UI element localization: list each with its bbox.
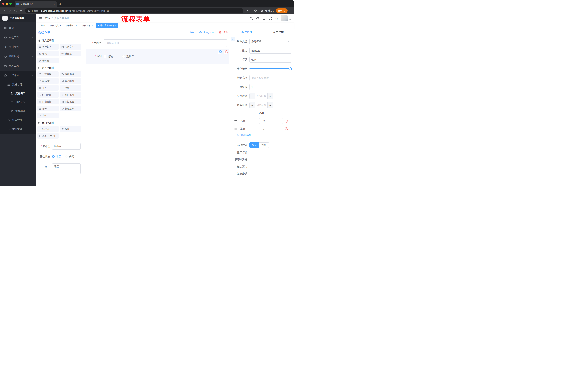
sidebar-item-home[interactable]: 首页 <box>0 23 36 33</box>
default-value-input[interactable] <box>249 84 292 90</box>
sidebar-item-process-form[interactable]: 流程表单 <box>0 89 36 98</box>
component-row-container[interactable]: 行容器 <box>37 126 59 132</box>
component-cascader[interactable]: 级联选择 <box>60 71 81 77</box>
font-size-icon[interactable]: TT <box>275 17 278 20</box>
reload-button[interactable] <box>13 8 18 13</box>
tag-home[interactable]: 首页 <box>39 23 47 28</box>
component-password[interactable]: 密码 <box>37 51 59 56</box>
component-rate[interactable]: 评分 <box>37 106 59 111</box>
save-button[interactable]: 保存 <box>184 31 194 34</box>
option-value-input[interactable] <box>262 126 283 131</box>
tag-close-icon[interactable]: × <box>92 24 93 27</box>
sidebar-item-task-mgmt[interactable]: 任务管理 <box>0 115 36 125</box>
tag-close-icon[interactable]: × <box>115 24 116 27</box>
component-single-line-text[interactable]: 单行文本 <box>37 44 59 50</box>
component-editor[interactable]: 编辑器 <box>37 58 59 63</box>
github-icon[interactable] <box>256 17 259 20</box>
checkbox-icon[interactable] <box>104 55 106 58</box>
tag-process-form-edit[interactable]: 流程表单-编辑 × <box>96 23 118 28</box>
user-avatar[interactable] <box>281 15 288 21</box>
component-select[interactable]: 下拉选择 <box>37 71 59 77</box>
tab-close-icon[interactable]: × <box>53 3 55 6</box>
component-upload[interactable]: 上传 <box>37 113 59 118</box>
style-default-button[interactable]: 默认 <box>249 142 259 148</box>
help-icon[interactable] <box>262 17 266 20</box>
clear-button[interactable]: 清空 <box>219 31 228 34</box>
phone-input[interactable] <box>104 40 227 47</box>
min-select-value[interactable]: 至少应选 <box>255 93 267 99</box>
component-table[interactable]: 表格[开发中] <box>37 133 59 139</box>
zoom-window-button[interactable] <box>10 2 12 5</box>
drag-handle-icon[interactable] <box>234 128 237 130</box>
canvas-field-gender-selected[interactable]: *性别 选项一 选项二 <box>85 49 229 64</box>
label-width-input[interactable] <box>249 75 292 81</box>
component-radio-group[interactable]: 单选框组 <box>37 78 59 84</box>
component-checkbox-group[interactable]: 多选框组 <box>60 78 81 84</box>
form-name-input[interactable] <box>52 143 81 149</box>
component-multi-line-text[interactable]: 多行文本 <box>60 44 81 50</box>
remove-option-icon[interactable] <box>285 127 288 130</box>
sidebar-item-process-model[interactable]: 流程模型 <box>0 107 36 115</box>
close-window-button[interactable] <box>2 2 4 5</box>
new-tab-button[interactable]: + <box>59 2 62 7</box>
sidebar-item-payment-mgmt[interactable]: ¥ 支付管理 <box>0 42 36 52</box>
tag-process-model[interactable]: 流程模型 × <box>64 23 79 28</box>
option-value-input[interactable] <box>262 118 283 124</box>
style-button-button[interactable]: 按钮 <box>259 142 269 148</box>
checkbox-icon[interactable] <box>122 55 125 58</box>
component-time-range[interactable]: 时间范围 <box>60 92 81 97</box>
tag-process-form[interactable]: 流程表单 × <box>80 23 95 28</box>
form-grid-slider[interactable] <box>249 66 292 72</box>
component-color-picker[interactable]: 颜色选择 <box>60 106 81 111</box>
remark-textarea[interactable]: 嘿嘿 <box>52 163 81 174</box>
increase-button[interactable]: + <box>267 93 273 99</box>
link-button[interactable] <box>231 37 235 41</box>
sidebar-item-dev-tools[interactable]: 研发工具 <box>0 61 36 71</box>
tab-form-props[interactable]: 表单属性 <box>263 29 294 36</box>
avatar-caret-icon[interactable] <box>289 19 291 21</box>
slider-track[interactable] <box>249 68 291 69</box>
tag-close-icon[interactable]: × <box>60 24 61 27</box>
sidebar-item-infrastructure[interactable]: 基础设施 <box>0 52 36 61</box>
sidebar-item-user-groups[interactable]: 用户分组 <box>0 98 36 107</box>
copy-component-button[interactable] <box>218 50 222 54</box>
slider-handle[interactable] <box>289 67 292 70</box>
field-name-input[interactable] <box>249 48 292 53</box>
address-bar[interactable]: 不安全 dashboard.yudao.iocoder.cn/bpm/manag… <box>25 8 243 13</box>
fullscreen-icon[interactable] <box>269 17 272 20</box>
increase-button[interactable]: + <box>267 102 273 108</box>
sidebar-item-leave-query[interactable]: 请假查询 <box>0 125 36 134</box>
add-option-button[interactable]: 添加选项 <box>231 134 292 137</box>
home-button[interactable] <box>18 8 24 13</box>
browser-tab[interactable]: 芋道管理系统 × <box>15 1 57 7</box>
component-button[interactable]: 按钮 <box>60 126 81 132</box>
decrease-button[interactable]: − <box>250 93 255 99</box>
component-date-range[interactable]: 日期范围 <box>60 99 81 105</box>
minimize-window-button[interactable] <box>6 2 8 5</box>
search-icon[interactable] <box>250 17 253 20</box>
password-key-icon[interactable] <box>245 8 250 13</box>
component-date-picker[interactable]: 日期选择 <box>37 99 59 105</box>
update-browser-button[interactable]: 更新 ⋮ <box>276 8 288 13</box>
option-label-input[interactable] <box>239 118 260 124</box>
security-indicator[interactable]: 不安全 <box>28 9 38 12</box>
breadcrumb-home[interactable]: 首页 <box>45 17 50 20</box>
sidebar-logo[interactable]: 芋道管理系统 <box>0 14 36 22</box>
decrease-button[interactable]: − <box>250 102 255 108</box>
sidebar-toggle-button[interactable] <box>39 17 42 20</box>
sidebar-item-process-mgmt[interactable]: 流程管理 <box>0 80 36 89</box>
radio-enabled[interactable]: 开启 <box>52 155 61 158</box>
tag-close-icon[interactable]: × <box>76 24 77 27</box>
component-counter[interactable]: 123计数器 <box>60 51 81 56</box>
gender-option-1[interactable]: 选项一 <box>104 55 115 58</box>
browser-menu-dots-icon[interactable]: ⋮ <box>283 10 286 12</box>
tag-process-definition[interactable]: 流程定义 × <box>48 23 63 28</box>
gender-option-2[interactable]: 选项二 <box>122 55 134 58</box>
component-time-picker[interactable]: 时间选择 <box>37 92 59 97</box>
option-label-input[interactable] <box>239 126 260 131</box>
component-type-select[interactable]: 多选框组 <box>249 39 292 44</box>
bookmark-star-icon[interactable] <box>252 8 258 13</box>
forward-button[interactable] <box>7 8 13 13</box>
toolbar-chevron-down-icon[interactable] <box>290 11 292 13</box>
component-slider[interactable]: 滑块 <box>60 85 81 91</box>
